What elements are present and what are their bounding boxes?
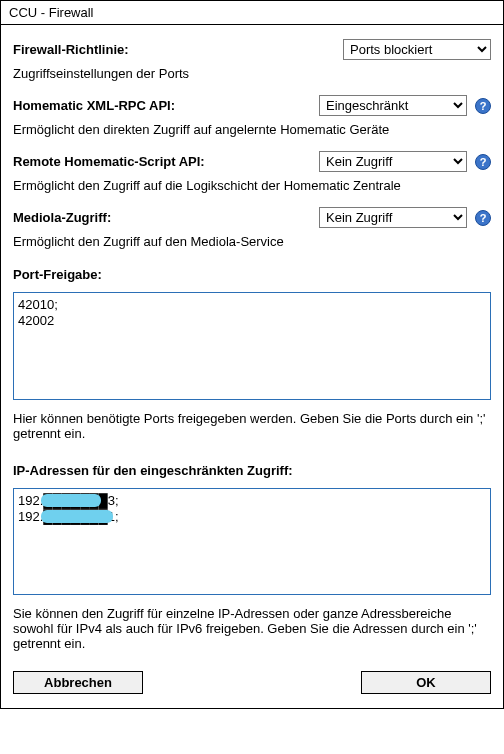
scriptapi-select[interactable]: Kein Zugriff [319, 151, 467, 172]
svg-text:?: ? [480, 156, 487, 168]
ports-textarea[interactable] [13, 292, 491, 400]
mediola-label: Mediola-Zugriff: [13, 210, 319, 225]
scriptapi-desc: Ermöglicht den Zugriff auf die Logikschi… [13, 178, 491, 193]
help-icon[interactable]: ? [475, 210, 491, 226]
help-icon[interactable]: ? [475, 98, 491, 114]
ips-label: IP-Adressen für den eingeschränkten Zugr… [13, 463, 491, 478]
help-icon[interactable]: ? [475, 154, 491, 170]
dialog-title: CCU - Firewall [1, 1, 503, 25]
ok-button[interactable]: OK [361, 671, 491, 694]
dialog-content: Firewall-Richtlinie: Ports blockiert Zug… [1, 25, 503, 708]
svg-text:?: ? [480, 100, 487, 112]
ports-label: Port-Freigabe: [13, 267, 491, 282]
xmlrpc-desc: Ermöglicht den direkten Zugriff auf ange… [13, 122, 491, 137]
scriptapi-label: Remote Homematic-Script API: [13, 154, 319, 169]
policy-select[interactable]: Ports blockiert [343, 39, 491, 60]
ports-hint: Hier können benötigte Ports freigegeben … [13, 411, 491, 441]
svg-text:?: ? [480, 212, 487, 224]
mediola-select[interactable]: Kein Zugriff [319, 207, 467, 228]
firewall-dialog: CCU - Firewall Firewall-Richtlinie: Port… [0, 0, 504, 709]
xmlrpc-label: Homematic XML-RPC API: [13, 98, 319, 113]
redaction [41, 494, 101, 507]
ips-hint: Sie können den Zugriff für einzelne IP-A… [13, 606, 491, 651]
policy-desc: Zugriffseinstellungen der Ports [13, 66, 491, 81]
redaction [41, 510, 113, 523]
xmlrpc-select[interactable]: Eingeschränkt [319, 95, 467, 116]
policy-label: Firewall-Richtlinie: [13, 42, 343, 57]
cancel-button[interactable]: Abbrechen [13, 671, 143, 694]
mediola-desc: Ermöglicht den Zugriff auf den Mediola-S… [13, 234, 491, 249]
